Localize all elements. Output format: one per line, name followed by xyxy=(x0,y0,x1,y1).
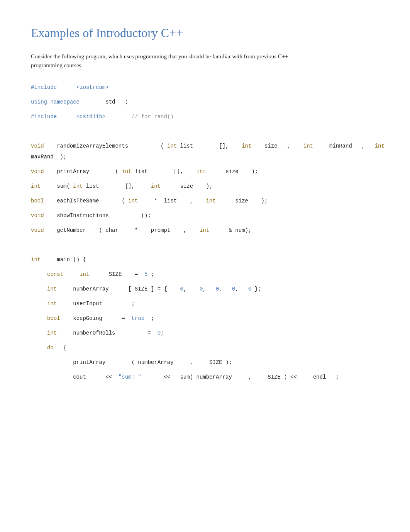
page-title: Examples of Introductory C++ xyxy=(31,23,379,43)
code-block: #include <iostream> using namespace std … xyxy=(31,82,379,382)
intro-paragraph: Consider the following program, which us… xyxy=(31,52,293,70)
